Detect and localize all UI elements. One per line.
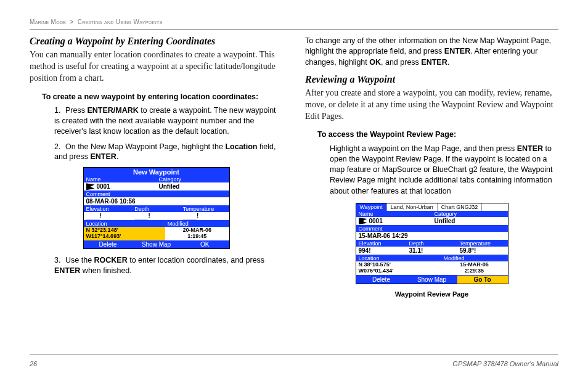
screenshot-new-waypoint: New Waypoint NameCategory 0001 Unfiled C… <box>83 167 230 249</box>
shot1-elev-field[interactable]: ____! <box>84 212 133 220</box>
review-para: Highlight a waypoint on the Map Page, an… <box>330 144 558 197</box>
shot2-depth-field[interactable]: 31.1! <box>407 247 457 255</box>
shot2-elev-field[interactable]: 994! <box>356 247 407 255</box>
shot2-tab-land[interactable]: Land, Non-Urban <box>387 203 438 211</box>
shot1-location-field[interactable]: N 32°23.148'W117°14.693' <box>84 227 165 240</box>
heading-creating-coords: Creating a Waypoint by Entering Coordina… <box>30 36 283 47</box>
shot2-temp-field[interactable]: 59.8°! <box>457 247 508 255</box>
breadcrumb-part1: Marine Mode <box>30 18 66 25</box>
waypoint-flag-icon <box>359 218 367 224</box>
shot1-modified-field: 20-MAR-061:19:45 <box>165 227 229 240</box>
subhead-create-coords: To create a new waypoint by entering loc… <box>42 92 283 102</box>
subhead-access-review: To access the Waypoint Review Page: <box>317 129 558 139</box>
shot1-title: New Waypoint <box>84 168 229 176</box>
shot2-name-field[interactable]: 0001 <box>356 217 432 225</box>
breadcrumb-part2: Creating and Using Waypoints <box>78 18 163 25</box>
heading-reviewing: Reviewing a Waypoint <box>305 74 558 85</box>
left-column: Creating a Waypoint by Entering Coordina… <box>30 36 283 298</box>
step-2: 2.On the New Map Waypoint Page, highligh… <box>54 142 283 163</box>
footer-rule <box>30 354 558 355</box>
intro-text-right: After you create and store a waypoint, y… <box>305 88 558 123</box>
shot2-goto-button[interactable]: Go To <box>457 276 508 284</box>
breadcrumb: Marine Mode > Creating and Using Waypoin… <box>30 18 558 25</box>
shot1-comment-field[interactable]: 08-MAR-06 10:56 <box>84 197 138 205</box>
step-3: 3.Use the ROCKER to enter location coord… <box>54 255 283 276</box>
waypoint-flag-icon <box>86 183 95 190</box>
shot2-tab-waypoint[interactable]: Waypoint <box>356 203 387 211</box>
shot1-category-field[interactable]: Unfiled <box>157 182 229 190</box>
header-rule <box>30 29 558 30</box>
shot2-location-field[interactable]: N 38°10.575'W076°01.434' <box>356 261 441 275</box>
page-footer: 26 GPSMAP 378/478 Owner's Manual <box>30 360 558 367</box>
shot1-showmap-button[interactable]: Show Map <box>132 240 181 248</box>
manual-title: GPSMAP 378/478 Owner's Manual <box>452 360 558 367</box>
shot2-showmap-button[interactable]: Show Map <box>407 276 457 284</box>
shot2-tab-chart[interactable]: Chart GNGJ32 <box>438 203 483 211</box>
shot2-caption: Waypoint Review Page <box>305 290 558 298</box>
page-number: 26 <box>30 360 37 367</box>
shot1-temp-field[interactable]: ____! <box>181 212 229 220</box>
right-column: To change any of the other information o… <box>305 36 558 298</box>
shot1-ok-button[interactable]: OK <box>181 240 229 248</box>
shot2-comment-field[interactable]: 15-MAR-06 14:29 <box>356 232 410 240</box>
breadcrumb-sep: > <box>70 18 73 25</box>
screenshot-waypoint-review: Waypoint Land, Non-Urban Chart GNGJ32 Na… <box>356 203 508 284</box>
intro-text-left: You can manually enter location coordina… <box>30 49 283 84</box>
shot1-name-field[interactable]: 0001 <box>84 182 157 190</box>
shot1-delete-button[interactable]: Delete <box>84 240 133 248</box>
right-top-para: To change any of the other information o… <box>305 36 558 68</box>
shot2-modified-field: 15-MAR-062:29:35 <box>441 261 508 275</box>
shot2-delete-button[interactable]: Delete <box>356 276 407 284</box>
shot1-depth-field[interactable]: ____! <box>132 212 181 220</box>
step-1: 1.Press ENTER/MARK to create a waypoint.… <box>54 105 283 137</box>
shot2-category-field[interactable]: Unfiled <box>432 217 508 225</box>
